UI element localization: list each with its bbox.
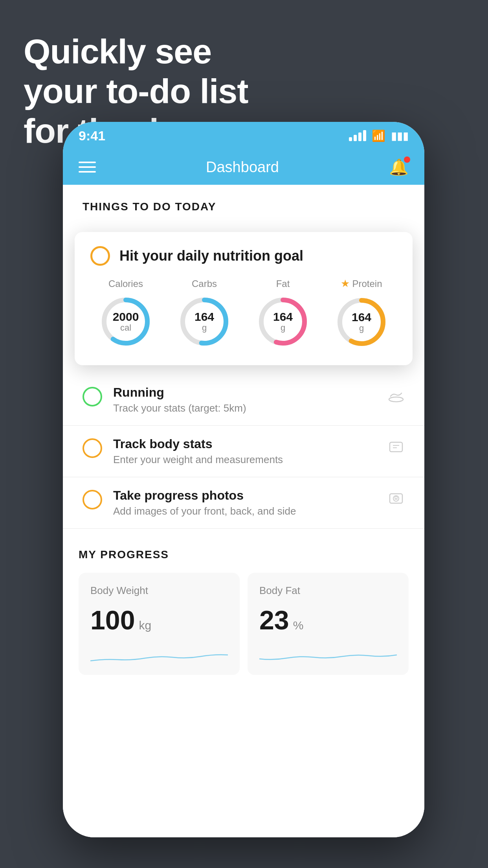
battery-icon: ▮▮▮ [391,129,409,142]
body-weight-title: Body Weight [90,585,228,597]
protein-donut: 164 g [334,294,389,349]
nav-title: Dashboard [206,159,279,176]
protein-stat: ★ Protein 164 g [334,278,389,349]
todo-sub-photos: Add images of your front, back, and side [113,505,376,517]
svg-rect-9 [390,442,402,452]
nutrition-card-header: Hit your daily nutrition goal [90,246,397,266]
calories-label: Calories [108,278,143,289]
body-fat-title: Body Fat [259,585,397,597]
protein-label-wrap: ★ Protein [341,278,382,290]
svg-point-14 [395,497,397,499]
todo-text-running: Running Track your stats (target: 5km) [113,385,376,414]
wifi-icon: 📶 [372,129,385,142]
protein-label: Protein [352,278,382,289]
status-time: 9:41 [79,128,105,143]
notifications-button[interactable]: 🔔 [389,158,409,177]
body-weight-value: 100 [90,605,135,635]
notification-badge [404,156,410,163]
status-icons: 📶 ▮▮▮ [349,129,409,142]
todo-item-body-stats[interactable]: Track body stats Enter your weight and m… [63,426,424,477]
svg-rect-12 [390,494,402,503]
body-stats-icon [387,439,405,458]
body-weight-card[interactable]: Body Weight 100 kg [79,573,240,675]
status-bar: 9:41 📶 ▮▮▮ [63,122,424,149]
todo-circle-photos [83,490,102,509]
body-weight-chart [90,643,228,667]
body-fat-chart [259,643,397,667]
body-weight-value-wrap: 100 kg [90,605,228,635]
calories-stat: Calories 2000 cal [98,278,153,349]
fat-label: Fat [276,278,290,289]
body-weight-unit: kg [139,619,151,632]
svg-point-8 [389,397,403,402]
todo-sub-running: Track your stats (target: 5km) [113,402,376,414]
todo-item-photos[interactable]: Take progress photos Add images of your … [63,477,424,529]
todo-text-photos: Take progress photos Add images of your … [113,488,376,517]
nav-bar: Dashboard 🔔 [63,149,424,185]
nutrition-status-circle [90,246,110,266]
calories-donut: 2000 cal [98,294,153,349]
body-fat-unit: % [293,619,304,632]
nutrition-card: Hit your daily nutrition goal Calories [75,232,413,365]
fat-stat: Fat 164 g [255,278,310,349]
things-to-do-title: THINGS TO DO TODAY [83,200,216,213]
things-to-do-header: THINGS TO DO TODAY [63,185,424,221]
body-fat-value-wrap: 23 % [259,605,397,635]
phone-frame: 9:41 📶 ▮▮▮ Dashboard 🔔 [63,122,424,837]
carbs-label: Carbs [192,278,217,289]
menu-button[interactable] [79,162,96,173]
nutrition-stats: Calories 2000 cal [90,278,397,349]
fat-donut: 164 g [255,294,310,349]
phone-wrapper: 9:41 📶 ▮▮▮ Dashboard 🔔 [63,122,424,837]
todo-list: Running Track your stats (target: 5km) [63,374,424,529]
carbs-donut: 164 g [177,294,232,349]
todo-name-running: Running [113,385,376,400]
progress-section: MY PROGRESS Body Weight 100 kg [63,529,424,687]
phone-content: THINGS TO DO TODAY Hit your daily nutrit… [63,185,424,837]
todo-text-body-stats: Track body stats Enter your weight and m… [113,437,376,466]
carbs-stat: Carbs 164 g [177,278,232,349]
todo-name-photos: Take progress photos [113,488,376,503]
todo-name-body-stats: Track body stats [113,437,376,451]
todo-sub-body-stats: Enter your weight and measurements [113,454,376,466]
running-icon [387,388,405,406]
todo-item-running[interactable]: Running Track your stats (target: 5km) [63,374,424,426]
body-fat-card[interactable]: Body Fat 23 % [248,573,409,675]
signal-icon [349,130,366,141]
progress-title: MY PROGRESS [79,548,409,561]
photos-icon [387,491,405,509]
nutrition-card-title: Hit your daily nutrition goal [119,248,303,264]
star-icon: ★ [341,278,350,290]
body-fat-value: 23 [259,605,289,635]
todo-circle-body-stats [83,438,102,458]
todo-circle-running [83,387,102,406]
progress-cards: Body Weight 100 kg Body Fat 23 [79,573,409,675]
